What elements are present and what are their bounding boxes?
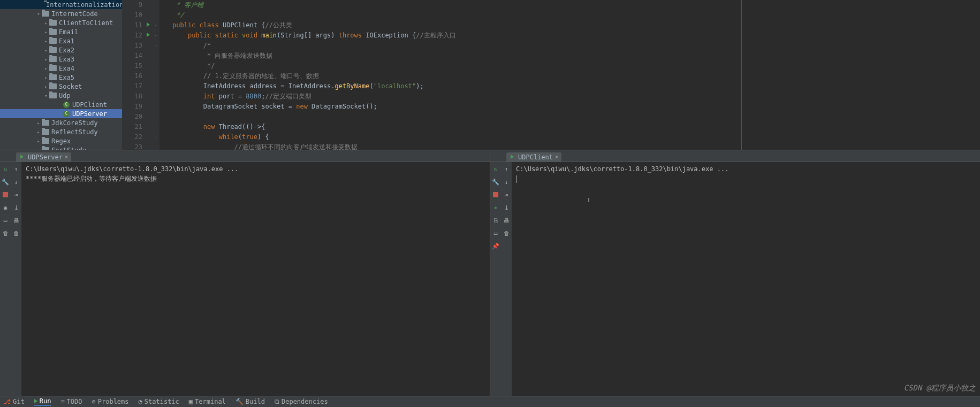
tree-item-internetcode[interactable]: InternetCode [0, 9, 122, 18]
chevron-right-icon[interactable] [44, 39, 48, 44]
fold-toggle[interactable]: - [152, 132, 159, 142]
fold-toggle[interactable]: - [152, 20, 159, 30]
tree-item-socket[interactable]: Socket [0, 82, 122, 91]
scroll-end-icon[interactable]: ⤓ [503, 204, 510, 211]
print-icon[interactable]: 🖶 [503, 217, 510, 224]
chevron-right-icon[interactable] [36, 120, 41, 126]
status-bar: ⎇Git Run ≡TODO ⊘Problems ◔Statistic ▣Ter… [0, 396, 980, 407]
code-line[interactable]: */ [172, 10, 741, 20]
tree-item-internationalization[interactable]: Internationalization [0, 0, 122, 9]
tree-item-exa1[interactable]: Exa1 [0, 36, 122, 45]
rerun-icon[interactable]: ↻ [2, 165, 9, 173]
tool-statistic[interactable]: ◔Statistic [139, 398, 179, 405]
code-line[interactable]: /* [172, 41, 741, 51]
chevron-right-icon[interactable] [36, 139, 41, 144]
tree-item-email[interactable]: Email [0, 27, 122, 36]
tree-item-exa4[interactable]: Exa4 [0, 64, 122, 73]
fold-toggle[interactable]: - [152, 30, 159, 41]
code-line[interactable]: * 向服务器端发送数据 [172, 51, 741, 61]
trash-icon[interactable]: 🗑 [2, 229, 9, 237]
chevron-right-icon[interactable] [44, 75, 48, 80]
tree-item-reflectstudy[interactable]: ReflectStudy [0, 127, 122, 136]
code-line[interactable]: public class UDPClient {//公共类 [172, 20, 741, 30]
softwrap-icon[interactable]: ⇥ [12, 191, 20, 198]
code-line[interactable]: new Thread(()->{ [172, 122, 741, 132]
vcs-git[interactable]: ⎇Git [3, 398, 25, 405]
code-line[interactable]: * 客户端 [172, 0, 741, 10]
tool-run[interactable]: Run [34, 397, 51, 406]
code-area[interactable]: * 客户端 */public class UDPClient {//公共类 pu… [159, 0, 742, 150]
wrench-icon[interactable]: 🔧 [492, 178, 499, 186]
camera-icon[interactable]: ◉ [2, 204, 9, 211]
code-line[interactable]: // 1.定义服务器的地址、端口号、数据 [172, 71, 741, 81]
tree-item-clienttoclient[interactable]: ClientToClient [0, 18, 122, 27]
fold-toggle[interactable]: - [152, 41, 159, 51]
code-line[interactable]: InetAddress address = InetAddress.getByN… [172, 81, 741, 91]
dump-icon[interactable]: ✶ [492, 204, 499, 211]
code-line[interactable]: public static void main(String[] args) t… [172, 30, 741, 41]
code-line[interactable]: while(true) { [172, 132, 741, 142]
code-line[interactable] [172, 112, 741, 122]
close-icon[interactable]: × [555, 154, 558, 160]
up-icon[interactable]: ↑ [12, 165, 20, 173]
chevron-right-icon[interactable] [44, 66, 48, 71]
stop-icon[interactable] [492, 191, 499, 198]
fold-toggle[interactable]: - [152, 61, 159, 71]
tool-todo[interactable]: ≡TODO [60, 398, 82, 405]
pin-icon[interactable]: 📌 [492, 242, 499, 250]
line-number: 11 [122, 20, 142, 30]
tree-label: JdkCoreStudy [51, 119, 98, 127]
scroll-end-icon[interactable]: ⤓ [12, 204, 20, 211]
tree-item-regex[interactable]: Regex [0, 136, 122, 145]
tool-terminal[interactable]: ▣Terminal [189, 398, 226, 405]
tree-item-exa5[interactable]: Exa5 [0, 73, 122, 82]
chevron-right-icon[interactable] [36, 129, 41, 135]
tool-dependencies[interactable]: ⧉Dependencies [275, 398, 328, 405]
layout-icon[interactable]: ▭ [492, 229, 499, 237]
chevron-right-icon[interactable] [44, 57, 48, 62]
chevron-right-icon[interactable] [44, 29, 48, 35]
run-tab-udpclient[interactable]: UDPClient × [506, 152, 561, 162]
tool-problems[interactable]: ⊘Problems [92, 398, 129, 405]
down-icon[interactable]: ↓ [12, 178, 20, 186]
chevron-down-icon[interactable] [36, 11, 41, 17]
chevron-right-icon[interactable] [44, 48, 48, 53]
layout-icon[interactable]: ▭ [2, 217, 9, 224]
tree-item-exa2[interactable]: Exa2 [0, 45, 122, 55]
project-tree[interactable]: InternationalizationInternetCodeClientTo… [0, 0, 122, 150]
code-line[interactable]: int port = 8800;//定义端口类型 [172, 91, 741, 102]
tree-item-jdkcorestudy[interactable]: JdkCoreStudy [0, 118, 122, 127]
clear-icon[interactable]: 🗑 [12, 229, 20, 237]
run-icon [34, 399, 37, 403]
run-gutter-icon[interactable] [147, 33, 150, 37]
console-output[interactable]: C:\Users\qiwu\.jdks\corretto-1.8.0_332\b… [21, 162, 490, 396]
chevron-down-icon[interactable] [44, 93, 48, 98]
wrench-icon[interactable]: 🔧 [2, 178, 9, 186]
line-number: 22 [122, 132, 142, 142]
exit-icon[interactable]: ⎘ [492, 217, 499, 224]
up-icon[interactable]: ↑ [503, 165, 510, 173]
fold-toggle[interactable]: - [152, 122, 159, 132]
code-line[interactable]: DatagramSocket socket = new DatagramSock… [172, 102, 741, 112]
down-icon[interactable]: ↓ [503, 178, 510, 186]
code-line[interactable]: */ [172, 61, 741, 71]
fold-column[interactable]: ------ [152, 0, 159, 150]
tree-item-udpserver[interactable]: UDPServer [0, 109, 122, 118]
print-icon[interactable]: 🖶 [12, 217, 20, 224]
tree-item-exa3[interactable]: Exa3 [0, 55, 122, 64]
run-gutter-icon[interactable] [147, 22, 150, 27]
rerun-icon[interactable]: ↻ [492, 165, 499, 173]
chevron-right-icon[interactable] [44, 84, 48, 89]
tree-item-udp[interactable]: Udp [0, 91, 122, 100]
tree-item-udpclient[interactable]: UDPClient [0, 100, 122, 109]
code-editor[interactable]: 91011121314151617181920212223 ------ * 客… [122, 0, 980, 150]
close-icon[interactable]: × [65, 154, 68, 160]
console-output[interactable]: C:\Users\qiwu\.jdks\corretto-1.8.0_332\b… [512, 162, 980, 396]
chevron-right-icon[interactable] [44, 20, 48, 26]
tool-build[interactable]: 🔨Build [235, 398, 265, 405]
tree-item-sortstudy[interactable]: SortStudy [0, 145, 122, 150]
clear-icon[interactable]: 🗑 [503, 229, 510, 237]
stop-icon[interactable] [2, 191, 9, 198]
run-tab-udpserver[interactable]: UDPServer × [16, 152, 71, 162]
softwrap-icon[interactable]: ⇥ [503, 191, 510, 198]
